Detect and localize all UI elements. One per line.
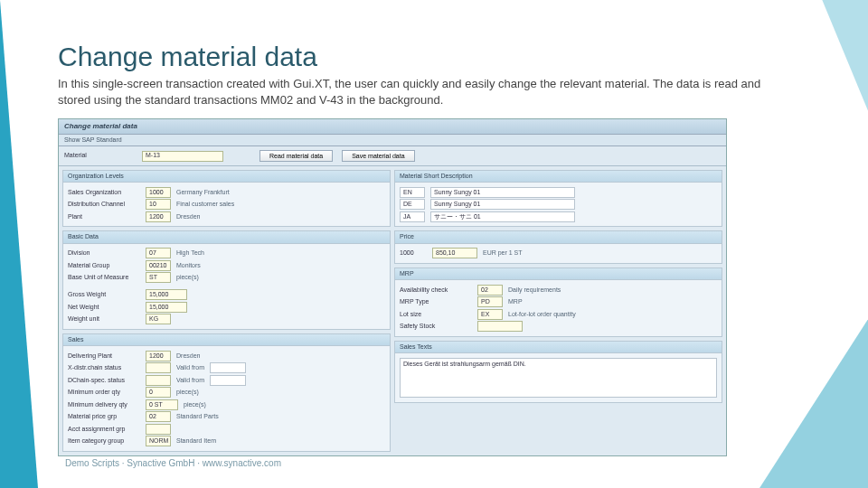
short-desc-de[interactable]: Sunny Sungy 01: [430, 199, 575, 210]
short-desc-en[interactable]: Sunny Sungy 01: [430, 187, 575, 198]
lang-de[interactable]: DE: [400, 199, 425, 210]
lang-ja[interactable]: JA: [400, 211, 425, 222]
sales-org-label: Sales Organization: [68, 189, 140, 196]
sales-org-desc: Germany Frankfurt: [176, 189, 230, 196]
sales-text-area[interactable]: Dieses Gerät ist strahlungsarm gemäß DIN…: [400, 358, 717, 398]
dchain-status-label: DChain-spec. status: [68, 377, 140, 384]
slide-intro: In this single-screen transaction create…: [58, 76, 763, 108]
acct-assign-input[interactable]: [146, 424, 171, 435]
material-label: Material: [64, 152, 133, 159]
price-grp-label: Material price grp: [68, 413, 140, 420]
dist-channel-label: Distribution Channel: [68, 201, 140, 208]
read-material-button[interactable]: Read material data: [259, 150, 333, 162]
slide-title: Change material data: [58, 42, 828, 72]
item-cat-label: Item category group: [68, 437, 140, 445]
show-sap-standard-link[interactable]: Show SAP Standard: [59, 135, 726, 146]
mrp-type-desc: MRP: [508, 298, 523, 305]
min-order-input[interactable]: 0: [146, 387, 171, 398]
short-desc-panel: Material Short Description ENSunny Sungy…: [394, 170, 722, 227]
gross-weight-label: Gross Weight: [68, 291, 140, 298]
material-input[interactable]: M-13: [142, 151, 223, 162]
basic-data-panel: Basic Data Division07High Tech Material …: [62, 230, 391, 329]
min-deliv-input[interactable]: 0 ST: [146, 399, 178, 410]
deliv-plant-input[interactable]: 1200: [146, 351, 171, 361]
avail-check-input[interactable]: 02: [477, 285, 503, 296]
xdistr-valid-input[interactable]: [210, 362, 246, 373]
short-desc-ja[interactable]: サニー・サニ 01: [430, 211, 575, 222]
avail-check-label: Availability check: [400, 286, 472, 294]
price-grp-desc: Standard Parts: [176, 413, 219, 420]
sales-org-input[interactable]: 1000: [146, 187, 171, 198]
mrp-type-label: MRP Type: [400, 298, 472, 305]
acct-assign-label: Acct assignment grp: [68, 426, 140, 433]
division-input[interactable]: 07: [146, 248, 171, 258]
dchain-valid-label: Valid from: [176, 377, 204, 384]
xdistr-status-label: X-distr.chain status: [68, 364, 140, 371]
mrp-type-input[interactable]: PD: [477, 296, 503, 307]
safety-stock-label: Safety Stock: [400, 323, 472, 330]
division-label: Division: [68, 249, 140, 257]
dist-channel-desc: Final customer sales: [176, 201, 234, 208]
division-desc: High Tech: [176, 249, 204, 257]
sales-title: Sales: [63, 334, 390, 346]
org-levels-title: Organization Levels: [63, 171, 390, 183]
window-title: Change material data: [59, 119, 726, 135]
net-weight-input[interactable]: 15,000: [146, 302, 187, 313]
dist-channel-input[interactable]: 10: [146, 199, 171, 210]
sales-texts-title: Sales Texts: [395, 342, 722, 353]
save-material-button[interactable]: Save material data: [342, 150, 414, 162]
material-toolbar: Material M-13 Read material data Save ma…: [59, 146, 726, 166]
price-value-input[interactable]: 850,10: [432, 248, 477, 258]
lot-size-label: Lot size: [400, 311, 472, 318]
mrp-panel: MRP Availability check02Daily requiremen…: [394, 267, 722, 337]
footer-credit: Demo Scripts · Synactive GmbH · www.syna…: [65, 458, 281, 468]
sales-panel: Sales Delivering Plant1200Dresden X-dist…: [62, 333, 391, 452]
base-uom-label: Base Unit of Measure: [68, 274, 140, 281]
avail-check-desc: Daily requirements: [508, 286, 561, 294]
min-order-label: Minimum order qty: [68, 389, 140, 396]
matgroup-label: Material Group: [68, 262, 140, 269]
dchain-status-input[interactable]: [146, 375, 171, 386]
sap-screenshot: Change material data Show SAP Standard M…: [58, 118, 727, 456]
mrp-title: MRP: [395, 268, 722, 280]
price-grp-input[interactable]: 02: [146, 411, 171, 422]
lot-size-input[interactable]: EX: [477, 309, 503, 320]
item-cat-input[interactable]: NORM: [146, 436, 171, 446]
deliv-plant-label: Delivering Plant: [68, 352, 140, 360]
price-uom-desc: EUR per 1 ST: [483, 249, 523, 257]
weight-unit-label: Weight unit: [68, 315, 140, 323]
sales-texts-panel: Sales Texts Dieses Gerät ist strahlungsa…: [394, 341, 722, 403]
plant-input[interactable]: 1200: [146, 211, 171, 222]
xdistr-status-input[interactable]: [146, 362, 171, 373]
matgroup-desc: Monitors: [176, 262, 201, 269]
min-deliv-desc: piece(s): [184, 401, 206, 408]
min-order-desc: piece(s): [176, 389, 199, 396]
plant-label: Plant: [68, 213, 140, 221]
deliv-plant-desc: Dresden: [176, 352, 200, 360]
short-desc-title: Material Short Description: [395, 171, 722, 183]
matgroup-input[interactable]: 00210: [146, 260, 171, 271]
net-weight-label: Net Weight: [68, 304, 140, 311]
price-sorg-label: 1000: [400, 249, 427, 257]
lot-size-desc: Lot-for-lot order quantity: [508, 311, 576, 318]
plant-desc: Dresden: [176, 213, 200, 221]
org-levels-panel: Organization Levels Sales Organization10…: [62, 170, 391, 227]
base-uom-input[interactable]: ST: [146, 272, 171, 283]
xdistr-valid-label: Valid from: [176, 364, 204, 371]
weight-unit-input[interactable]: KG: [146, 314, 171, 324]
price-title: Price: [395, 231, 722, 243]
dchain-valid-input[interactable]: [210, 375, 246, 386]
item-cat-desc: Standard Item: [176, 437, 216, 445]
price-panel: Price 1000850,10EUR per 1 ST: [394, 230, 722, 263]
basic-data-title: Basic Data: [63, 231, 390, 243]
safety-stock-input[interactable]: [477, 321, 523, 332]
gross-weight-input[interactable]: 15,000: [146, 289, 187, 300]
base-uom-desc: piece(s): [176, 274, 199, 281]
lang-en[interactable]: EN: [400, 187, 425, 198]
min-deliv-label: Minimum delivery qty: [68, 401, 140, 408]
